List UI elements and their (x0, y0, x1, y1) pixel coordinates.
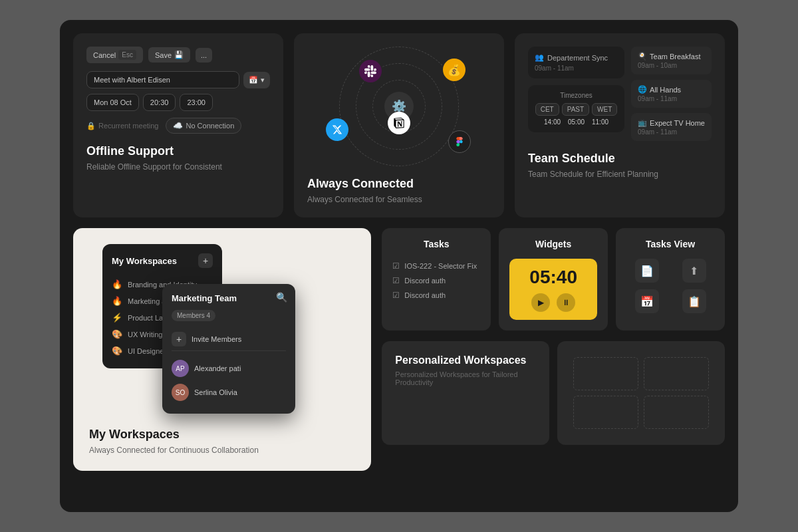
offline-support-card: Cancel Esc Save 💾 ... Meet with Albert E… (73, 33, 283, 217)
avatar-serlina: SO (172, 384, 189, 401)
tz-title: Timezones (535, 92, 618, 99)
event-tv-home: 📺 Expect TV Home 09am - 11am (631, 113, 712, 141)
grid-cell-2 (644, 357, 709, 390)
personalized-subtitle: Personalized Workspaces for Tailored Pro… (395, 370, 536, 386)
cancel-button[interactable]: Cancel Esc (86, 47, 143, 63)
meeting-name-input[interactable]: Meet with Albert Edisen (86, 71, 239, 88)
top-row: Cancel Esc Save 💾 ... Meet with Albert E… (73, 33, 725, 217)
mockup-toolbar: Cancel Esc Save 💾 ... (86, 47, 270, 63)
ws-members-badge: Members 4 (172, 310, 215, 321)
meeting-name-row: Meet with Albert Edisen 📅 ▾ (86, 71, 270, 88)
tv-icon-document[interactable]: 📄 (635, 259, 659, 283)
play-button[interactable]: ▶ (531, 293, 550, 312)
coin-icon: 💰 (443, 59, 466, 81)
slack-icon (359, 60, 382, 82)
ws-invite-plus: + (172, 332, 186, 346)
ws-invite-row[interactable]: + Invite Members (172, 328, 286, 351)
tv-icon-clipboard[interactable]: 📋 (682, 289, 706, 313)
ws-panel-title: My Workspaces + (112, 253, 213, 268)
ws-emoji-ux: 🎨 (112, 329, 122, 339)
tz-time-cet: 14:00 (542, 118, 563, 126)
ws-emoji-branding: 🔥 (112, 279, 122, 289)
grid-cell-1 (573, 357, 638, 390)
avatar-alexander: AP (172, 360, 189, 377)
workspace-subtitle: Always Connected for Continuous Collabor… (89, 446, 355, 455)
main-container: Cancel Esc Save 💾 ... Meet with Albert E… (60, 20, 738, 512)
schedule-subtitle: Team Schedule for Efficient Planning (528, 170, 712, 179)
connected-title: Always Connected (307, 177, 491, 191)
save-icon: 💾 (174, 51, 184, 59)
task-item-1[interactable]: ☑ IOS-222 - Selector Fix (392, 259, 480, 273)
team-schedule-card: 👥 Departement Sync 09am - 11am Timezones… (515, 33, 725, 217)
dept-card: 👥 Departement Sync 09am - 11am (528, 47, 624, 78)
chevron-icon: ▾ (261, 76, 265, 84)
esc-badge: Esc (118, 50, 136, 60)
tz-cet: CET (535, 103, 559, 116)
x-icon (326, 118, 348, 141)
offline-subtitle: Reliable Offline Support for Consistent (86, 162, 270, 172)
date-picker-button[interactable]: 📅 ▾ (243, 72, 270, 88)
widgets-card: Widgets 05:40 ▶ ⏸ (499, 228, 608, 331)
pause-button[interactable]: ⏸ (557, 293, 575, 312)
figma-icon (448, 130, 471, 153)
save-button[interactable]: Save 💾 (148, 47, 190, 63)
tasks-card: Tasks ☑ IOS-222 - Selector Fix ☑ Discord… (382, 228, 491, 331)
workspace-title: My Workspaces (89, 428, 355, 442)
tasks-title: Tasks (392, 239, 480, 249)
task-item-3[interactable]: ☑ Discord auth (392, 288, 480, 303)
recurring-label: 🔒 Recurrent meeting (86, 122, 159, 130)
event-all-hands: 🌐 All Hands 09am - 11am (631, 80, 712, 108)
ws-member-alexander[interactable]: AP Alexander pati (172, 356, 286, 380)
ws-member-serlina[interactable]: SO Serlina Olivia (172, 380, 286, 404)
personalized-title: Personalized Workspaces (395, 354, 536, 366)
tasks-view-title: Tasks View (626, 239, 714, 249)
task-check-2: ☑ (392, 276, 400, 285)
tv-icon: 📺 (638, 118, 647, 127)
ws-search-icon: 🔍 (276, 292, 287, 303)
time-row: Mon 08 Oct 20:30 23:00 (86, 94, 270, 111)
connected-subtitle: Always Connected for Seamless (307, 195, 491, 204)
calendar-icon: 📅 (249, 76, 258, 84)
tasks-view-card: Tasks View 📄 ⬆ 📅 📋 (616, 228, 725, 331)
event-team-breakfast: 🍳 Team Breakfast 09am - 10am (631, 47, 712, 74)
tv-icon-calendar[interactable]: 📅 (635, 289, 659, 313)
ws-emoji-product: ⚡ (112, 313, 122, 323)
personalized-card: Personalized Workspaces Personalized Wor… (382, 341, 549, 445)
tasks-row: Tasks ☑ IOS-222 - Selector Fix ☑ Discord… (382, 228, 725, 331)
grid-mockup (571, 354, 712, 432)
tz-times: 14:00 05:00 11:00 (535, 118, 618, 126)
ws-add-button[interactable]: + (198, 253, 213, 268)
ws-popup-title: Marketing Team (172, 293, 237, 303)
task-item-2[interactable]: ☑ Discord auth (392, 273, 480, 288)
schedule-content: 👥 Departement Sync 09am - 11am Timezones… (528, 47, 712, 141)
right-bottom: Tasks ☑ IOS-222 - Selector Fix ☑ Discord… (382, 228, 725, 471)
personalized-row: Personalized Workspaces Personalized Wor… (382, 341, 725, 445)
no-connection-label: No Connection (186, 122, 235, 130)
time-start-badge: 20:30 (143, 94, 176, 111)
tz-past: PAST (562, 103, 589, 116)
tv-icon-upload[interactable]: ⬆ (682, 259, 706, 283)
more-button[interactable]: ... (196, 48, 212, 63)
schedule-right: 🍳 Team Breakfast 09am - 10am 🌐 All Hands… (631, 47, 712, 141)
personalized-grid-card (557, 341, 725, 445)
grid-cell-4 (644, 396, 709, 429)
lock-icon: 🔒 (86, 122, 96, 130)
date-badge: Mon 08 Oct (86, 94, 139, 111)
timezone-card: Timezones CET PAST WET 14:00 05:00 11:00 (528, 85, 624, 132)
schedule-title: Team Schedule (528, 152, 712, 166)
cloud-icon: ☁️ (173, 121, 183, 130)
dept-icon: 👥 (535, 53, 544, 62)
tz-time-wet: 11:00 (590, 118, 611, 126)
my-workspaces-card: My Workspaces + 🔥 Branding and Identity … (73, 228, 371, 471)
notion-icon (388, 112, 410, 134)
bottom-row: My Workspaces + 🔥 Branding and Identity … (73, 228, 725, 471)
offline-mockup: Cancel Esc Save 💾 ... Meet with Albert E… (86, 47, 270, 134)
timer-widget: 05:40 ▶ ⏸ (509, 259, 597, 320)
no-connection-badge: ☁️ No Connection (166, 118, 242, 134)
ws-emoji-ui: 🎨 (112, 346, 122, 356)
tz-row: CET PAST WET (535, 103, 618, 116)
dept-time: 09am - 11am (535, 65, 618, 72)
orbit-container: ⚙️ 💰 (307, 47, 491, 166)
offline-title: Offline Support (86, 144, 270, 158)
breakfast-icon: 🍳 (638, 52, 647, 61)
